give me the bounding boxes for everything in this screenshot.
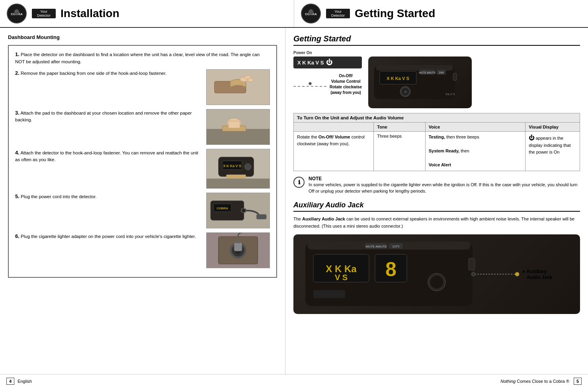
right-panel: Getting Started Power On X K Ka V S ⏻ <box>285 28 588 374</box>
registered-symbol: ® <box>566 379 569 384</box>
svg-text:DIM: DIM <box>439 71 444 74</box>
dash-3 <box>302 86 305 87</box>
svg-text:8: 8 <box>385 258 397 281</box>
step-3-image <box>206 109 270 145</box>
svg-point-64 <box>515 272 519 276</box>
turn-on-table: To Turn On the Unit and Adjust the Audio… <box>293 113 580 171</box>
svg-rect-19 <box>226 175 246 179</box>
svg-text:X K Ka V S: X K Ka V S <box>223 164 241 168</box>
svg-point-60 <box>430 276 443 289</box>
installation-title: Installation <box>61 7 119 20</box>
power-on-label: Power On <box>293 51 580 55</box>
svg-rect-62 <box>313 290 345 298</box>
left-display-col: X K Ka V S ⏻ <box>293 57 362 96</box>
language-label: English <box>18 379 32 384</box>
note-icon: ℹ <box>293 177 305 188</box>
col-visual-header: Visual Display <box>525 123 580 132</box>
step-2-num: 2. <box>15 70 20 76</box>
step-5-row: 5. Plug the power cord into the detector… <box>15 193 270 228</box>
dash-gap-1 <box>296 86 297 87</box>
step-5-image: COBRA <box>206 193 270 228</box>
header-bar: COBRA Your Detector Installation COBRA Y… <box>0 0 588 28</box>
display-text: X K Ka V S <box>297 60 324 66</box>
note-title: NOTE <box>309 176 322 181</box>
dash-gap-4 <box>309 86 311 87</box>
visual-cell: ⏻ appears in the display indicating that… <box>525 132 580 171</box>
step-6-num: 6. <box>15 233 20 239</box>
getting-started-section-title: Getting Started <box>293 34 580 46</box>
svg-text:Ka V S: Ka V S <box>446 92 455 96</box>
dash-gap-2 <box>301 86 302 87</box>
svg-rect-61 <box>469 258 475 270</box>
step-1-text: 1. Place the detector on the dashboard t… <box>15 51 270 65</box>
step-1-row: 1. Place the detector on the dashboard t… <box>15 51 270 65</box>
step-4-image: X K Ka V S <box>206 149 270 189</box>
dash-gap-5 <box>314 86 315 87</box>
note-text: In some vehicles, power is supplied to t… <box>309 181 580 195</box>
dashed-line <box>293 86 326 87</box>
note-content: NOTE In some vehicles, power is supplied… <box>309 176 580 195</box>
dash-gap-3 <box>305 86 306 87</box>
table-title-cell: To Turn On the Unit and Adjust the Audio… <box>294 113 580 123</box>
cobra-logo-right: COBRA <box>301 3 321 24</box>
footer: 4 English Nothing Comes Close to a Cobra… <box>0 374 588 388</box>
cobra-logo-left: COBRA <box>6 3 27 24</box>
detector-body: X K Ka V S MUTE AMUTE DIM ↺ <box>368 57 472 108</box>
svg-text:↺: ↺ <box>404 90 407 94</box>
dash-4 <box>307 86 309 87</box>
power-symbol: ⏻ <box>326 59 332 66</box>
svg-rect-27 <box>256 214 266 219</box>
svg-text:Audio Jack: Audio Jack <box>527 275 552 280</box>
dash-6 <box>315 86 318 87</box>
svg-text:MUTE AMUTE: MUTE AMUTE <box>419 71 436 74</box>
dash-gap-7 <box>322 86 324 87</box>
step-1-num: 1. <box>15 51 20 57</box>
page-number-left: 4 <box>6 378 14 385</box>
step-4-num: 4. <box>15 150 20 156</box>
detector-image-area: X K Ka V S MUTE AMUTE DIM ↺ <box>368 57 472 108</box>
step-4-text: 4. Attach the detector to the hook-and-l… <box>15 149 202 164</box>
note-box: ℹ NOTE In some vehicles, power is suppli… <box>293 176 580 195</box>
header-right: COBRA Your Detector Getting Started <box>294 0 588 27</box>
step-4-row: 4. Attach the detector to the hook-and-l… <box>15 149 270 189</box>
dash-7 <box>320 86 322 87</box>
aux-description: The Auxiliary Audio Jack can be used to … <box>293 216 580 230</box>
col-tone-header: Tone <box>374 123 425 132</box>
rotate-cell: Rotate the On-Off/ Volume control clockw… <box>294 132 374 171</box>
detector-display-button: X K Ka V S ⏻ <box>293 57 362 68</box>
svg-rect-34 <box>236 241 240 243</box>
page-number-right: 5 <box>574 378 582 385</box>
left-panel: Dashboard Mounting 1. Place the detector… <box>0 28 285 374</box>
tone-cell: Three beeps <box>374 132 425 171</box>
svg-rect-46 <box>453 73 457 80</box>
col-rotate-header <box>294 123 374 132</box>
aux-detector-image: MUTE AMUTE CITY X K Ka V S 8 <box>293 234 580 314</box>
your-detector-badge-right: Your Detector <box>326 9 350 18</box>
step-2-image <box>206 69 270 105</box>
tagline-rest: Comes Close to a Cobra <box>517 379 565 384</box>
dash-gap-6 <box>318 86 319 87</box>
step-3-row: 3. Attach the pad to the dashboard at yo… <box>15 109 270 145</box>
svg-point-8 <box>248 78 254 82</box>
step-6-image <box>206 232 270 268</box>
tagline-normal: Nothing <box>500 379 516 384</box>
install-steps-box: 1. Place the detector on the dashboard t… <box>8 45 277 278</box>
step-2-row: 2. Remove the paper backing from one sid… <box>15 69 270 105</box>
step-5-num: 5. <box>15 193 20 199</box>
step-6-row: 6. Plug the cigarette lighter adapter on… <box>15 232 270 268</box>
svg-text:MUTE AMUTE: MUTE AMUTE <box>366 245 387 248</box>
col-voice-header: Voice <box>425 123 525 132</box>
svg-text:X K Ka V S: X K Ka V S <box>387 76 409 81</box>
step-2-text: 2. Remove the paper backing from one sid… <box>15 69 202 77</box>
svg-text:● Auxiliary: ● Auxiliary <box>522 269 547 274</box>
knob-dot <box>309 82 312 85</box>
dash-8 <box>324 86 326 87</box>
dash-1 <box>293 86 296 87</box>
on-off-label: On-Off/Volume Control Rotate clockwise(a… <box>330 73 362 96</box>
step-3-text: 3. Attach the pad to the dashboard at yo… <box>15 109 202 124</box>
dash-5 <box>311 86 313 87</box>
table-data-row: Rotate the On-Off/ Volume control clockw… <box>294 132 580 171</box>
detector-display-area: X K Ka V S ⏻ <box>293 57 580 108</box>
dash-2 <box>298 86 300 87</box>
svg-rect-13 <box>228 121 240 128</box>
